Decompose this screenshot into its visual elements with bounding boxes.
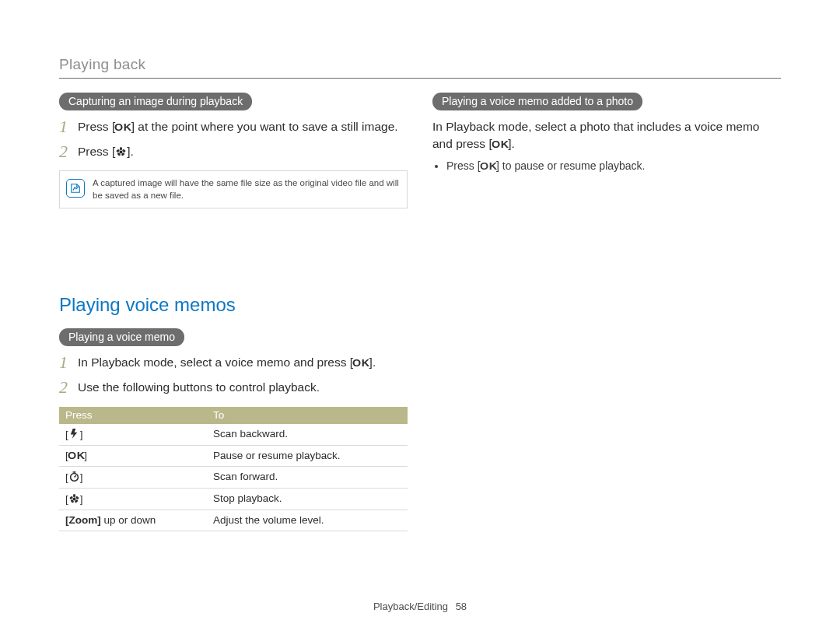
ok-icon: OK [352,356,370,370]
steps-voice-memo: 1 In Playback mode, select a voice memo … [59,354,408,395]
table-row: [Zoom] up or down Adjust the volume leve… [59,510,408,531]
page: Playing back Capturing an image during p… [0,0,840,634]
ok-icon: OK [480,160,498,172]
step-2-voice: 2 Use the following buttons to control p… [59,379,408,396]
ok-icon: OK [114,121,132,135]
to-cell: Scan backward. [207,424,408,446]
bracket-close: ] [80,471,83,483]
table-header-row: Press To [59,407,408,424]
step-text-pre: In Playback mode, select a voice memo an… [78,356,353,369]
macro-flower-icon [68,492,80,505]
table-row: [] Stop playback. [59,488,408,510]
zoom-suffix: up or down [104,514,156,526]
bracket-close: ] [80,493,83,505]
pill-capturing-image: Capturing an image during playback [59,93,252,110]
table-row: [] Scan backward. [59,424,408,446]
macro-flower-icon [115,145,127,158]
step-text-pre: Press [ [78,145,115,158]
bullet-list: Press [OK] to pause or resume playback. [432,159,781,172]
breadcrumb: Playing back [59,56,781,73]
step-text-pre: Press [ [78,120,115,133]
two-column-layout: Capturing an image during playback 1 Pre… [59,93,781,531]
to-cell: Adjust the volume level. [207,510,408,531]
to-cell: Scan forward. [207,466,408,488]
step-1-capture: 1 Press [OK] at the point where you want… [59,118,408,135]
key-cell: [] [59,424,207,446]
note-box: A captured image will have the same file… [59,170,408,208]
step-number: 2 [59,140,68,164]
table-row: [] Scan forward. [59,466,408,488]
section-title: Playing voice memos [59,294,408,316]
col-to: To [207,407,408,424]
key-cell: [] [59,466,207,488]
flash-icon [68,428,80,440]
divider [59,78,781,79]
steps-capture: 1 Press [OK] at the point where you want… [59,118,408,159]
page-number: 58 [456,601,467,612]
left-column: Capturing an image during playback 1 Pre… [59,93,408,531]
key-cell: [Zoom] up or down [59,510,207,531]
key-cell: [] [59,488,207,510]
step-1-voice: 1 In Playback mode, select a voice memo … [59,354,408,371]
to-cell: Stop playback. [207,488,408,510]
step-text-post: ] at the point where you want to save a … [131,120,398,133]
step-text: Use the following buttons to control pla… [78,380,320,394]
para-pre: In Playback mode, select a photo that in… [432,120,759,150]
key-cell: [OK] [59,445,207,466]
right-column: Playing a voice memo added to a photo In… [432,93,781,531]
bullet-pre: Press [ [446,159,481,172]
bullet-post: ] to pause or resume playback. [496,159,645,172]
controls-table: Press To [] Scan backward. [OK] [59,407,408,531]
step-number: 1 [59,115,68,139]
note-icon [66,179,85,198]
pill-playing-voice-memo: Playing a voice memo [59,328,184,346]
ok-icon: OK [492,138,509,152]
paragraph: In Playback mode, select a photo that in… [432,118,781,153]
pill-voice-memo-photo: Playing a voice memo added to a photo [432,93,642,110]
footer-label: Playback/Editing [373,601,448,612]
table-row: [OK] Pause or resume playback. [59,445,408,466]
step-number: 2 [59,376,68,400]
zoom-label: [Zoom] [65,514,101,526]
note-text: A captured image will have the same file… [93,177,399,201]
to-cell: Pause or resume playback. [207,445,408,466]
bullet-item: Press [OK] to pause or resume playback. [446,159,781,172]
step-number: 1 [59,351,68,375]
ok-icon: OK [68,450,86,461]
step-2-capture: 2 Press []. [59,143,408,160]
col-press: Press [59,407,207,424]
page-footer: Playback/Editing 58 [0,601,840,612]
bracket-close: ] [80,429,83,440]
timer-icon [68,471,80,483]
step-text-post: ]. [127,145,134,158]
